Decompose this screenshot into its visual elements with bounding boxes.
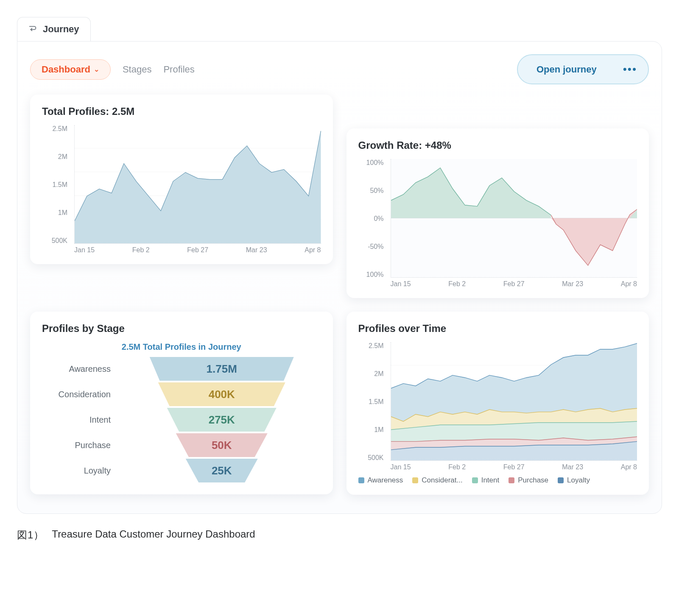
legend-item-loyalty: Loyalty — [558, 476, 590, 485]
x-tick: Mar 23 — [562, 463, 583, 471]
funnel-row-awareness: Awareness 1.75M — [42, 357, 321, 381]
funnel-subtitle: 2.5M Total Profiles in Journey — [42, 342, 321, 352]
legend: Awareness Considerat... Intent Purchase … — [358, 476, 637, 485]
x-tick: Feb 27 — [187, 246, 208, 254]
funnel-row-intent: Intent 275K — [42, 408, 321, 432]
y-tick: 0% — [358, 215, 384, 223]
chart-growth-rate: 100% 50% 0% -50% 100% — [358, 159, 637, 288]
y-tick: 1.5M — [42, 181, 67, 189]
tab-dashboard-label: Dashboard — [42, 64, 90, 75]
funnel-value: 50K — [176, 433, 268, 457]
area-chart — [75, 125, 321, 243]
x-tick: Jan 15 — [391, 280, 411, 288]
y-tick: 500K — [42, 237, 67, 245]
x-tick: Feb 27 — [503, 280, 525, 288]
legend-swatch-icon — [558, 477, 564, 483]
chart-profiles-over-time: 2.5M 2M 1.5M 1M 500K — [358, 342, 637, 471]
x-tick: Feb 2 — [132, 246, 150, 254]
card-growth-rate-title: Growth Rate: +48% — [358, 139, 637, 151]
x-tick: Feb 2 — [448, 463, 466, 471]
x-tick: Feb 2 — [448, 280, 466, 288]
app-tab-label: Journey — [43, 24, 79, 35]
legend-swatch-icon — [412, 477, 418, 483]
card-profiles-over-time: Profiles over Time 2.5M 2M 1.5M 1M 500K — [346, 312, 649, 495]
y-tick: 50% — [358, 187, 384, 195]
y-tick: 2M — [42, 153, 67, 161]
open-journey-button[interactable]: Open journey — [520, 58, 614, 81]
card-total-profiles: Total Profiles: 2.5M 2.5M 2M 1.5M 1M 500… — [30, 95, 333, 264]
x-tick: Apr 8 — [305, 246, 321, 254]
legend-swatch-icon — [358, 477, 364, 483]
stacked-area-chart — [391, 342, 637, 460]
journey-icon — [28, 23, 38, 35]
x-tick: Mar 23 — [562, 280, 583, 288]
x-tick: Mar 23 — [246, 246, 267, 254]
more-icon: ••• — [623, 63, 637, 76]
figure-caption: 図1） Treasure Data Customer Journey Dashb… — [17, 528, 662, 542]
funnel-value: 400K — [158, 382, 285, 406]
card-profiles-by-stage-title: Profiles by Stage — [42, 323, 321, 334]
main-panel: Dashboard ⌄ Stages Profiles Open journey… — [17, 41, 662, 514]
tab-stages[interactable]: Stages — [123, 64, 152, 75]
y-tick: 100% — [358, 271, 384, 279]
y-tick: -50% — [358, 243, 384, 251]
x-tick: Apr 8 — [621, 280, 637, 288]
x-tick: Apr 8 — [621, 463, 637, 471]
legend-swatch-icon — [509, 477, 514, 483]
chart-total-profiles: 2.5M 2M 1.5M 1M 500K Jan 15 — [42, 125, 321, 254]
funnel-value: 25K — [186, 459, 258, 482]
area-chart — [391, 159, 637, 277]
y-tick: 100% — [358, 159, 384, 167]
funnel-label: Consideration — [42, 390, 118, 399]
card-total-profiles-title: Total Profiles: 2.5M — [42, 106, 321, 117]
x-tick: Jan 15 — [74, 246, 95, 254]
funnel-label: Purchase — [42, 440, 118, 450]
funnel-label: Intent — [42, 415, 118, 425]
y-tick: 1.5M — [358, 398, 384, 406]
funnel-value: 1.75M — [150, 357, 294, 381]
legend-item-awareness: Awareness — [358, 476, 403, 485]
subnav: Dashboard ⌄ Stages Profiles — [30, 59, 195, 80]
tab-profiles[interactable]: Profiles — [163, 64, 194, 75]
legend-item-purchase: Purchase — [509, 476, 548, 485]
funnel-row-loyalty: Loyalty 25K — [42, 459, 321, 482]
journey-actions: Open journey ••• — [517, 54, 649, 84]
funnel-value: 275K — [167, 408, 277, 432]
funnel-label: Awareness — [42, 364, 118, 374]
funnel-chart: Awareness 1.75M Consideration 400K Inten… — [42, 357, 321, 482]
legend-item-consideration: Considerat... — [412, 476, 462, 485]
x-tick: Feb 27 — [503, 463, 525, 471]
x-tick: Jan 15 — [391, 463, 411, 471]
card-profiles-by-stage: Profiles by Stage 2.5M Total Profiles in… — [30, 312, 333, 494]
funnel-label: Loyalty — [42, 466, 118, 476]
legend-swatch-icon — [472, 477, 478, 483]
funnel-row-purchase: Purchase 50K — [42, 433, 321, 457]
y-tick: 500K — [358, 454, 384, 462]
funnel-row-consideration: Consideration 400K — [42, 382, 321, 406]
figure-text: Treasure Data Customer Journey Dashboard — [52, 528, 255, 542]
app-tab-journey[interactable]: Journey — [17, 17, 91, 41]
y-tick: 1M — [358, 426, 384, 434]
y-tick: 2.5M — [358, 342, 384, 350]
more-actions-button[interactable]: ••• — [614, 57, 646, 82]
legend-item-intent: Intent — [472, 476, 500, 485]
chevron-down-icon: ⌄ — [94, 65, 99, 73]
figure-number: 図1） — [17, 528, 44, 542]
tab-dashboard[interactable]: Dashboard ⌄ — [30, 59, 111, 80]
y-tick: 2.5M — [42, 125, 67, 133]
card-profiles-over-time-title: Profiles over Time — [358, 323, 637, 334]
y-tick: 1M — [42, 209, 67, 217]
card-growth-rate: Growth Rate: +48% 100% 50% 0% -50% 100% — [346, 128, 649, 298]
y-tick: 2M — [358, 370, 384, 378]
